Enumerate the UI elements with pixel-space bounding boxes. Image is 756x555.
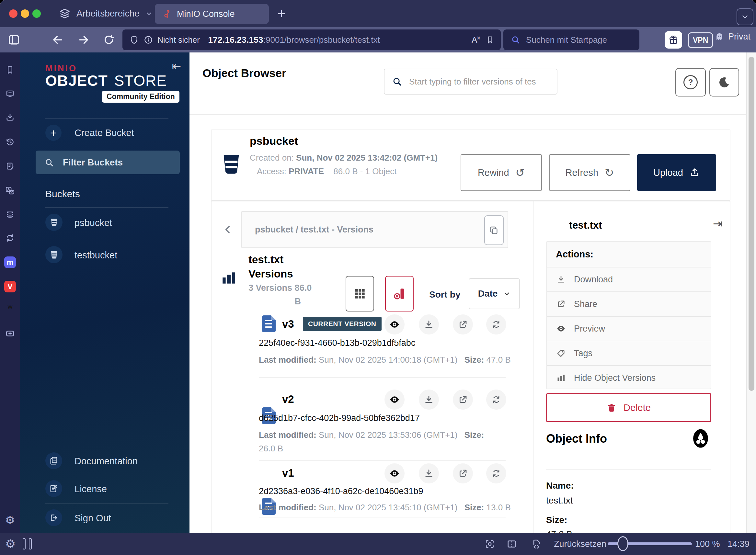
- preview-version-button[interactable]: [384, 463, 405, 483]
- browser-search-field[interactable]: [503, 30, 639, 50]
- version-label: v1: [282, 467, 294, 479]
- last-modified-value: Sun, Nov 02 2025 13:53:06 (GMT+1): [319, 430, 458, 440]
- close-window-button[interactable]: [9, 9, 17, 18]
- rewind-button[interactable]: Rewind ↺: [461, 154, 542, 191]
- vpn-button[interactable]: VPN: [688, 32, 713, 48]
- tiling-icon[interactable]: [507, 539, 517, 549]
- row-divider: [259, 517, 506, 517]
- rewind-label: Rewind: [478, 167, 509, 178]
- list-view-toggle-button[interactable]: [346, 276, 374, 311]
- versions-count: 3 Versions: [248, 283, 292, 293]
- browser-panel-strip: m V W ⚙: [0, 52, 20, 532]
- bookmark-panel-icon[interactable]: [5, 66, 14, 75]
- workspaces-menu[interactable]: Arbeitsbereiche: [59, 8, 153, 19]
- page-actions-icon[interactable]: [531, 539, 542, 549]
- downloads-icon[interactable]: [5, 113, 14, 122]
- action-tags[interactable]: Tags: [547, 341, 711, 365]
- preview-version-button[interactable]: [384, 314, 405, 335]
- action-share[interactable]: Share: [547, 291, 711, 316]
- new-tab-button[interactable]: +: [277, 5, 286, 22]
- restore-version-button[interactable]: [486, 314, 506, 335]
- back-chevron-icon[interactable]: [222, 224, 234, 235]
- collapse-sidebar-icon[interactable]: ⇤: [172, 59, 181, 73]
- download-version-button[interactable]: [419, 463, 439, 483]
- share-version-button[interactable]: [453, 463, 473, 483]
- row-divider: [259, 377, 506, 378]
- reading-list-icon[interactable]: [5, 89, 14, 98]
- gift-button[interactable]: [665, 31, 682, 49]
- add-web-panel-icon[interactable]: [5, 329, 15, 338]
- panel-settings-gear-icon[interactable]: ⚙: [5, 514, 15, 526]
- refresh-button[interactable]: Refresh ↻: [549, 154, 630, 191]
- info-icon[interactable]: [144, 35, 153, 44]
- zoom-level: 100 %: [695, 539, 720, 549]
- toolbar-overflow-button[interactable]: [737, 8, 753, 25]
- translate-icon[interactable]: A˟: [472, 35, 480, 45]
- create-bucket-button[interactable]: +: [45, 125, 61, 141]
- sync-icon[interactable]: [5, 233, 14, 243]
- search-icon: [392, 77, 402, 86]
- bookmark-icon[interactable]: [486, 36, 494, 44]
- minimize-window-button[interactable]: [21, 9, 29, 18]
- filter-buckets-field[interactable]: [36, 151, 180, 174]
- reload-icon[interactable]: [103, 34, 115, 46]
- action-hide-object-versions[interactable]: Hide Object Versions: [547, 365, 711, 390]
- sort-select[interactable]: Date: [469, 278, 520, 309]
- dark-mode-toggle[interactable]: [709, 68, 739, 96]
- help-button[interactable]: ?: [675, 68, 706, 96]
- mastodon-web-panel-icon[interactable]: m: [4, 256, 16, 268]
- download-version-button[interactable]: [419, 389, 439, 410]
- settings-gear-icon[interactable]: ⚙: [5, 537, 15, 551]
- zoom-slider-thumb[interactable]: [617, 536, 628, 551]
- scrollbar-track[interactable]: [746, 52, 756, 532]
- create-bucket-label[interactable]: Create Bucket: [75, 128, 134, 138]
- delete-non-current-versions-button[interactable]: [385, 276, 414, 311]
- browser-search-input[interactable]: [526, 35, 630, 45]
- filter-buckets-input[interactable]: [62, 157, 161, 168]
- private-mode-indicator[interactable]: Privat: [715, 32, 751, 42]
- history-icon[interactable]: [5, 137, 14, 146]
- sidebar-item-sign-out[interactable]: Sign Out: [75, 513, 111, 524]
- download-version-button[interactable]: [419, 314, 439, 335]
- vivaldi-web-panel-icon[interactable]: V: [4, 281, 16, 292]
- action-preview[interactable]: Preview: [547, 316, 711, 341]
- wikipedia-web-panel-icon[interactable]: W: [7, 304, 12, 310]
- translate-panel-icon[interactable]: [5, 186, 15, 196]
- capture-page-icon[interactable]: [485, 539, 495, 549]
- zoom-reset-button[interactable]: Zurücksetzen: [554, 539, 606, 549]
- maximize-window-button[interactable]: [32, 9, 41, 18]
- address-bar[interactable]: Nicht sicher 172.16.23.153 :9001/browser…: [122, 30, 501, 50]
- zoom-slider[interactable]: [607, 542, 692, 545]
- minio-sidebar: ⇤ MINIO OBJECT STORE Community Edition +…: [20, 52, 190, 532]
- scrollbar-thumb[interactable]: [749, 57, 754, 391]
- delete-versions-icon: [392, 287, 406, 300]
- restore-version-button[interactable]: [486, 463, 506, 483]
- panel-toggle-icon[interactable]: [8, 34, 20, 46]
- size-value: 13.0 B: [487, 503, 511, 512]
- collapse-panel-icon[interactable]: ⇥: [713, 217, 723, 230]
- forward-icon[interactable]: [78, 34, 89, 46]
- version-filter-input[interactable]: [409, 76, 549, 87]
- version-filter-field[interactable]: [384, 69, 557, 94]
- upload-button[interactable]: Upload: [637, 154, 716, 191]
- delete-button[interactable]: Delete: [546, 393, 711, 422]
- notes-icon[interactable]: [5, 162, 14, 171]
- share-version-button[interactable]: [453, 314, 473, 335]
- tab-minio-console[interactable]: MinIO Console: [155, 4, 269, 24]
- sidebar-item-testbucket[interactable]: testbucket: [75, 250, 117, 261]
- window-panel-icon[interactable]: [5, 210, 14, 219]
- sidebar-item-license[interactable]: License: [75, 484, 107, 495]
- action-download[interactable]: Download: [547, 267, 711, 291]
- pause-animations-icon[interactable]: [23, 538, 32, 550]
- copy-icon: [489, 225, 499, 235]
- security-status: Nicht sicher: [158, 35, 200, 45]
- sort-by-label: Sort by: [429, 290, 460, 300]
- copy-path-button[interactable]: [484, 215, 504, 245]
- sidebar-item-psbucket[interactable]: psbucket: [75, 218, 112, 228]
- restore-version-button[interactable]: [486, 389, 506, 410]
- back-icon[interactable]: [52, 34, 64, 46]
- share-version-button[interactable]: [453, 389, 473, 410]
- preview-version-button[interactable]: [384, 389, 405, 410]
- sidebar-item-documentation[interactable]: Documentation: [75, 456, 138, 467]
- sidebar-divider: [45, 504, 168, 504]
